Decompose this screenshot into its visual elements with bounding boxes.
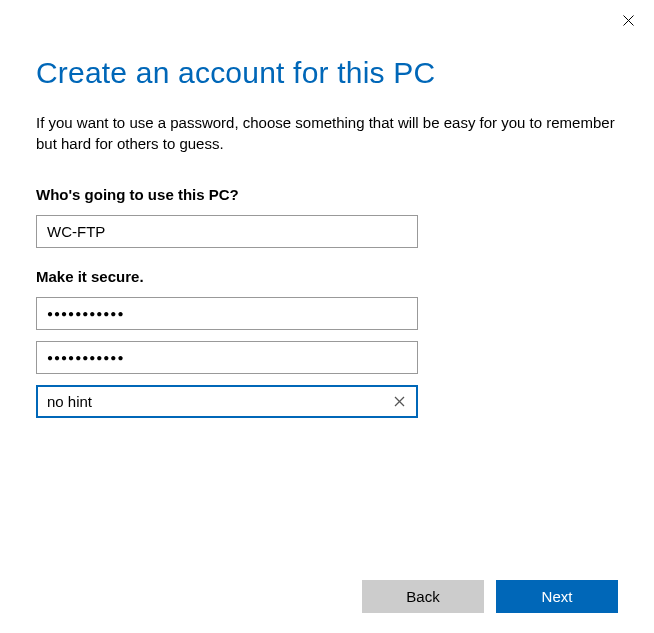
close-icon [623, 15, 634, 26]
clear-icon [394, 396, 405, 407]
back-button[interactable]: Back [362, 580, 484, 613]
page-description: If you want to use a password, choose so… [36, 112, 616, 154]
password-value: ●●●●●●●●●●● [47, 308, 407, 319]
confirm-password-value: ●●●●●●●●●●● [47, 352, 407, 363]
password-hint-field[interactable]: no hint [36, 385, 418, 418]
page-title: Create an account for this PC [36, 56, 618, 90]
username-value: WC-FTP [47, 223, 407, 240]
close-button[interactable] [616, 8, 640, 32]
secure-section-label: Make it secure. [36, 268, 618, 285]
password-field[interactable]: ●●●●●●●●●●● [36, 297, 418, 330]
who-section-label: Who's going to use this PC? [36, 186, 618, 203]
clear-hint-button[interactable] [385, 387, 413, 416]
dialog-footer: Back Next [362, 580, 618, 613]
next-button[interactable]: Next [496, 580, 618, 613]
confirm-password-field[interactable]: ●●●●●●●●●●● [36, 341, 418, 374]
password-hint-value: no hint [47, 393, 385, 410]
username-field[interactable]: WC-FTP [36, 215, 418, 248]
dialog-content: Create an account for this PC If you wan… [0, 0, 654, 418]
